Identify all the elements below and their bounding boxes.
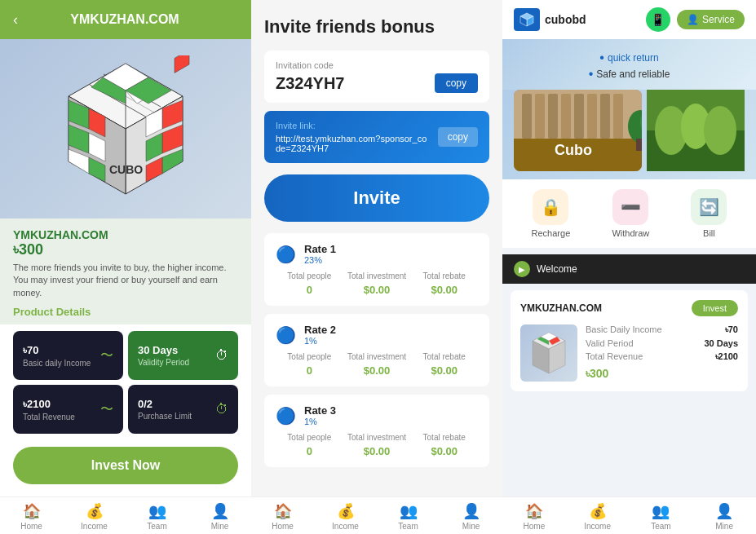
nav-team-2[interactable]: 👥 Team: [377, 502, 440, 531]
welcome-text: Welcome: [537, 263, 577, 275]
nav-team-label-2: Team: [398, 522, 418, 531]
nav-income-1[interactable]: 💰 Income: [63, 502, 126, 531]
invite-code-value: Z324YH7: [276, 74, 345, 93]
product-invest-button[interactable]: Invest: [692, 300, 738, 316]
back-button[interactable]: ‹: [13, 11, 18, 29]
bill-icon-circle: 🔄: [691, 189, 727, 225]
invite-link-box: Invite link: http://test.ymkuzhan.com?sp…: [264, 111, 489, 163]
nav-mine-3[interactable]: 👤 Mine: [692, 502, 756, 531]
product-card-price: ৳300: [586, 367, 738, 381]
rate-1-col-investment-value: $0.00: [343, 284, 411, 296]
rate-2-col-people-header: Total people: [276, 352, 343, 361]
svg-rect-11: [175, 55, 189, 73]
panel1-title: YMKUZHAN.COM: [28, 12, 222, 27]
rate-3-icon: 🔵: [276, 406, 296, 426]
welcome-bar: ▶ Welcome: [502, 254, 756, 284]
withdraw-action[interactable]: ➖ Withdraw: [612, 189, 649, 238]
team-icon-3: 👥: [652, 502, 670, 520]
nav-home-3[interactable]: 🏠 Home: [502, 502, 566, 531]
person-icon: 👤: [687, 14, 699, 25]
rate-2-col-investment-value: $0.00: [343, 364, 411, 377]
panel-product-detail: ‹ YMKUZHAN.COM CUBO BD: [0, 0, 251, 534]
rate-card-3-header: 🔵 Rate 3 1%: [276, 404, 478, 426]
rate-3-col-rebate-value: $0.00: [410, 445, 478, 457]
rate-3-col-people: Total people 0: [276, 433, 343, 457]
office-photo-secondary: [647, 90, 745, 171]
product-detail-row-2: Total Revenue ৳2100: [586, 351, 738, 362]
svg-rect-30: [522, 94, 532, 139]
service-button[interactable]: 👤 Service: [677, 10, 745, 29]
rate-3-col-investment-header: Total investment: [343, 433, 411, 442]
quick-actions: 🔒 Recharge ➖ Withdraw 🔄 Bill: [502, 179, 756, 248]
purchase-value: 0/2: [138, 398, 192, 410]
product-details-label: Product Details: [13, 306, 238, 318]
cubobd-logo: cubobd: [514, 8, 586, 31]
rate-2-col-people: Total people 0: [276, 352, 343, 377]
product-detail-row-1: Valid Period 30 Days: [586, 338, 738, 348]
rate-1-col-investment: Total investment $0.00: [343, 271, 411, 296]
rate-3-col-people-value: 0: [276, 445, 343, 457]
invite-button[interactable]: Invite: [264, 174, 489, 222]
rate-card-1: 🔵 Rate 1 23% Total people 0 Total invest…: [264, 233, 489, 306]
recharge-label: Recharge: [532, 228, 571, 238]
home-icon-2: 🏠: [274, 502, 292, 520]
product-price: ৳300: [13, 241, 238, 258]
rate-3-pct: 1%: [304, 417, 336, 426]
rate-1-pct: 23%: [304, 255, 336, 265]
product-mini-image: [520, 324, 577, 382]
play-icon: ▶: [514, 261, 530, 277]
rate-card-1-header: 🔵 Rate 1 23%: [276, 243, 478, 265]
nav-home-2[interactable]: 🏠 Home: [251, 502, 314, 531]
nav-team-1[interactable]: 👥 Team: [126, 502, 188, 531]
invite-link-label: Invite link:: [276, 121, 431, 130]
rate-1-col-rebate-value: $0.00: [410, 284, 478, 296]
product-brand: YMKUZHAN.COM: [13, 228, 238, 241]
detail-key-0: Basic Daily Income: [586, 324, 662, 335]
minus-icon: ➖: [621, 197, 641, 217]
rate-1-col-investment-header: Total investment: [343, 271, 411, 280]
rate-2-col-investment-header: Total investment: [343, 352, 411, 361]
office-interior: Cubo: [514, 90, 642, 171]
quick-return-text: quick return: [608, 52, 659, 64]
rate-2-name: Rate 2: [304, 324, 336, 336]
income-icon-3: 💰: [589, 502, 607, 520]
daily-income-value: ৳70: [23, 344, 91, 357]
bottom-nav-2: 🏠 Home 💰 Income 👥 Team 👤 Mine: [251, 496, 502, 534]
bill-action[interactable]: 🔄 Bill: [691, 189, 727, 238]
nav-mine-2[interactable]: 👤 Mine: [440, 502, 502, 531]
rate-2-info: Rate 2 1%: [304, 324, 336, 346]
svg-rect-36: [600, 94, 610, 139]
invest-now-button[interactable]: Invest Now: [13, 447, 238, 484]
rate-card-2: 🔵 Rate 2 1% Total people 0 Total investm…: [264, 314, 489, 386]
mine-icon-1: 👤: [211, 502, 229, 520]
copy-link-button[interactable]: copy: [438, 127, 478, 147]
nav-income-label-1: Income: [81, 522, 108, 531]
clock-icon: ⏱: [215, 348, 228, 363]
rate-1-cols: Total people 0 Total investment $0.00 To…: [276, 271, 478, 296]
rate-3-col-investment: Total investment $0.00: [343, 433, 411, 457]
svg-rect-33: [561, 94, 571, 139]
rate-3-cols: Total people 0 Total investment $0.00 To…: [276, 433, 478, 457]
income-icon-2: 💰: [337, 502, 355, 520]
rate-3-name: Rate 3: [304, 404, 336, 417]
detail-key-1: Valid Period: [586, 338, 634, 348]
mine-icon-2: 👤: [462, 502, 480, 520]
nav-mine-label-1: Mine: [211, 522, 229, 531]
product-image: CUBO BD: [0, 39, 251, 218]
recharge-action[interactable]: 🔒 Recharge: [532, 189, 571, 238]
nav-team-3[interactable]: 👥 Team: [630, 502, 693, 531]
activity-icon: 〜: [100, 347, 113, 364]
bottom-nav-3: 🏠 Home 💰 Income 👥 Team 👤 Mine: [502, 496, 756, 534]
dot-icon-2: •: [589, 67, 594, 82]
svg-rect-32: [548, 94, 558, 139]
copy-code-button[interactable]: copy: [435, 73, 478, 93]
income-icon-1: 💰: [86, 502, 104, 520]
nav-mine-1[interactable]: 👤 Mine: [188, 502, 251, 531]
nav-income-label-2: Income: [332, 522, 359, 531]
rate-1-col-people: Total people 0: [276, 271, 343, 296]
whatsapp-button[interactable]: 📱: [646, 7, 670, 32]
nav-income-2[interactable]: 💰 Income: [314, 502, 377, 531]
nav-team-label-3: Team: [651, 522, 670, 531]
nav-home-1[interactable]: 🏠 Home: [0, 502, 63, 531]
nav-income-3[interactable]: 💰 Income: [566, 502, 630, 531]
